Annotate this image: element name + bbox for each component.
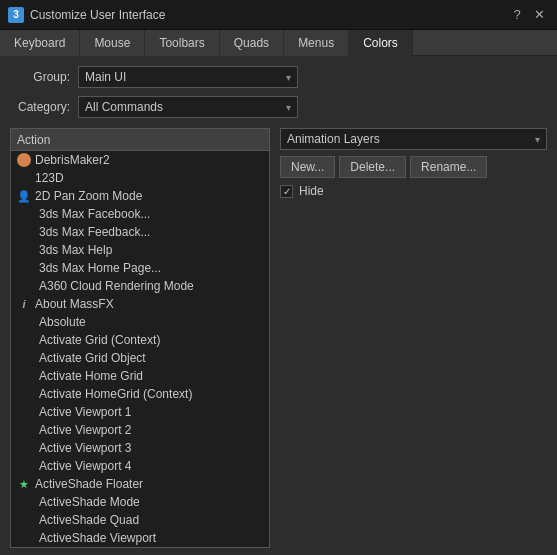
- list-item[interactable]: Activate HomeGrid (Context): [11, 385, 269, 403]
- list-item-text: ActiveShade Mode: [35, 495, 140, 509]
- list-item-text: 123D: [35, 171, 64, 185]
- list-item[interactable]: 3ds Max Help: [11, 241, 269, 259]
- list-item-text: 2D Pan Zoom Mode: [35, 189, 142, 203]
- debris-icon: [17, 153, 31, 167]
- list-item[interactable]: Activate Home Grid: [11, 367, 269, 385]
- list-item-text: 3ds Max Feedback...: [35, 225, 150, 239]
- chevron-down-icon: ▾: [286, 102, 291, 113]
- tab-mouse[interactable]: Mouse: [80, 30, 145, 56]
- new-button[interactable]: New...: [280, 156, 335, 178]
- category-label: Category:: [10, 100, 70, 114]
- list-item[interactable]: 👤2D Pan Zoom Mode: [11, 187, 269, 205]
- list-item-text: ActiveShade Floater: [35, 477, 143, 491]
- info-icon: i: [17, 297, 31, 311]
- list-item[interactable]: 3ds Max Home Page...: [11, 259, 269, 277]
- tab-bar: KeyboardMouseToolbarsQuadsMenusColors: [0, 30, 557, 56]
- list-item-text: A360 Cloud Rendering Mode: [35, 279, 194, 293]
- animation-layers-dropdown[interactable]: Animation Layers ▾: [280, 128, 547, 150]
- list-item-text: ActiveShade Viewport: [35, 531, 156, 545]
- list-item[interactable]: 3ds Max Facebook...: [11, 205, 269, 223]
- right-panel: Animation Layers ▾ New... Delete... Rena…: [280, 128, 547, 548]
- list-item[interactable]: Activate Grid Object: [11, 349, 269, 367]
- chevron-down-icon: ▾: [535, 134, 540, 145]
- list-item[interactable]: ★ActiveShade Floater: [11, 475, 269, 493]
- tab-colors[interactable]: Colors: [349, 30, 413, 56]
- list-item[interactable]: ActiveShade Viewport: [11, 529, 269, 547]
- hide-label: Hide: [299, 184, 324, 198]
- window-title: Customize User Interface: [30, 8, 501, 22]
- delete-button[interactable]: Delete...: [339, 156, 406, 178]
- app-icon: 3: [8, 7, 24, 23]
- hide-checkbox[interactable]: [280, 185, 293, 198]
- list-item-text: 3ds Max Help: [35, 243, 112, 257]
- list-item[interactable]: Active Viewport 3: [11, 439, 269, 457]
- list-item[interactable]: 3ds Max Feedback...: [11, 223, 269, 241]
- list-item-text: Activate HomeGrid (Context): [35, 387, 192, 401]
- list-item[interactable]: ActiveShade Mode: [11, 493, 269, 511]
- list-item-text: Active Viewport 4: [35, 459, 132, 473]
- list-item[interactable]: Absolute: [11, 313, 269, 331]
- tab-toolbars[interactable]: Toolbars: [145, 30, 219, 56]
- list-item[interactable]: DebrisMaker2: [11, 151, 269, 169]
- person-icon: 👤: [17, 189, 31, 203]
- category-dropdown[interactable]: All Commands ▾: [78, 96, 298, 118]
- list-item-text: About MassFX: [35, 297, 114, 311]
- list-item[interactable]: A360 Cloud Rendering Mode: [11, 277, 269, 295]
- list-item-text: Active Viewport 3: [35, 441, 132, 455]
- commands-list[interactable]: DebrisMaker2123D👤2D Pan Zoom Mode3ds Max…: [10, 150, 270, 548]
- chevron-down-icon: ▾: [286, 72, 291, 83]
- list-item-text: Active Viewport 1: [35, 405, 132, 419]
- list-item[interactable]: 123D: [11, 169, 269, 187]
- group-label: Group:: [10, 70, 70, 84]
- group-dropdown[interactable]: Main UI ▾: [78, 66, 298, 88]
- list-item[interactable]: ActiveShade Quad: [11, 511, 269, 529]
- list-item-text: Active Viewport 2: [35, 423, 132, 437]
- list-item-text: ActiveShade Quad: [35, 513, 139, 527]
- title-bar: 3 Customize User Interface ? ✕: [0, 0, 557, 30]
- list-item-text: Activate Home Grid: [35, 369, 143, 383]
- list-item[interactable]: Active Viewport 1: [11, 403, 269, 421]
- activeshade-icon: ★: [17, 477, 31, 491]
- list-item[interactable]: iAbout MassFX: [11, 295, 269, 313]
- list-item-text: Activate Grid (Context): [35, 333, 160, 347]
- content-area: Group: Main UI ▾ Category: All Commands …: [0, 56, 557, 128]
- list-item-text: DebrisMaker2: [35, 153, 110, 167]
- left-panel: Action DebrisMaker2123D👤2D Pan Zoom Mode…: [10, 128, 270, 548]
- list-item-text: 3ds Max Home Page...: [35, 261, 161, 275]
- list-item[interactable]: Activate Grid (Context): [11, 331, 269, 349]
- list-header: Action: [10, 128, 270, 150]
- close-button[interactable]: ✕: [529, 5, 549, 25]
- rename-button[interactable]: Rename...: [410, 156, 487, 178]
- list-item-text: 3ds Max Facebook...: [35, 207, 150, 221]
- tab-quads[interactable]: Quads: [220, 30, 284, 56]
- tab-keyboard[interactable]: Keyboard: [0, 30, 80, 56]
- tab-menus[interactable]: Menus: [284, 30, 349, 56]
- list-item-text: Activate Grid Object: [35, 351, 146, 365]
- list-item-text: Absolute: [35, 315, 86, 329]
- help-button[interactable]: ?: [507, 5, 527, 25]
- list-item[interactable]: Active Viewport 2: [11, 421, 269, 439]
- list-item[interactable]: Active Viewport 4: [11, 457, 269, 475]
